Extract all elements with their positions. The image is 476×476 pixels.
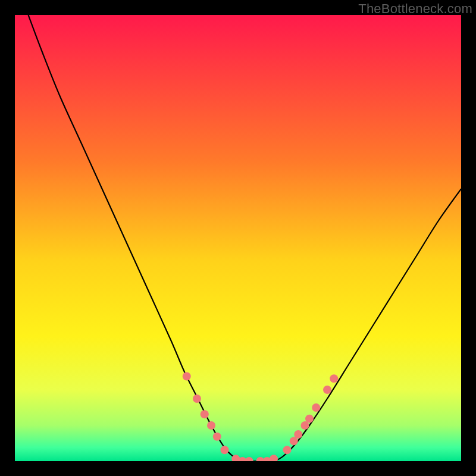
data-marker	[213, 433, 221, 441]
data-marker	[294, 430, 302, 439]
chart-svg	[15, 15, 461, 461]
data-marker	[183, 372, 191, 381]
data-marker	[207, 421, 215, 430]
data-marker	[330, 374, 338, 383]
data-marker	[221, 446, 229, 454]
data-marker	[283, 446, 292, 454]
plot-area	[15, 15, 461, 461]
data-marker	[193, 394, 201, 403]
data-marker	[323, 386, 331, 394]
data-marker	[305, 415, 314, 423]
data-marker	[312, 403, 320, 412]
plot-background	[15, 15, 461, 461]
data-marker	[201, 410, 209, 418]
chart-container: TheBottleneck.com	[0, 0, 476, 476]
